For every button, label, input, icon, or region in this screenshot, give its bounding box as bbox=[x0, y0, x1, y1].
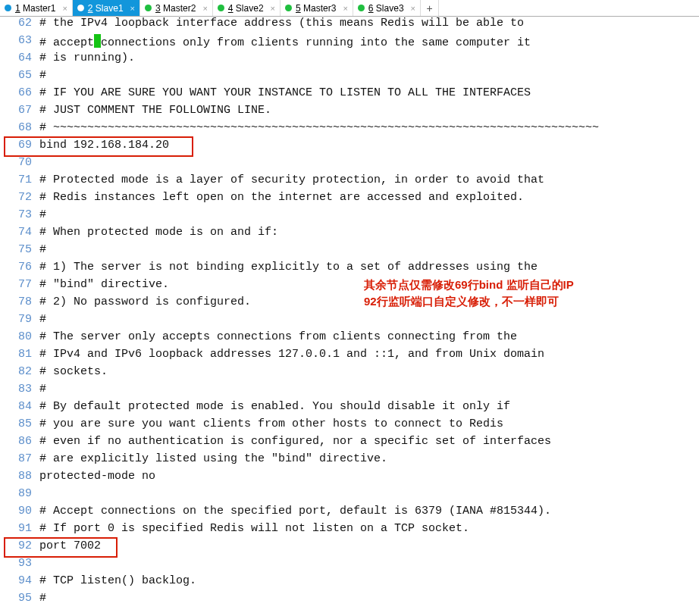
line-text[interactable]: # IF YOU ARE SURE YOU WANT YOUR INSTANCE… bbox=[39, 86, 699, 104]
text-cursor bbox=[94, 34, 101, 48]
code-line[interactable]: 65# bbox=[0, 69, 699, 86]
line-number: 72 bbox=[0, 191, 39, 208]
code-line[interactable]: 63# acceptconnections only from clients … bbox=[0, 34, 699, 52]
line-text[interactable]: # the IPv4 loopback interface address (t… bbox=[39, 17, 699, 34]
tab-master2[interactable]: 3 Master2 × bbox=[140, 0, 213, 16]
line-text[interactable]: # is running). bbox=[39, 52, 699, 69]
code-line[interactable]: 70 bbox=[0, 156, 699, 174]
code-line[interactable]: 71# Protected mode is a layer of securit… bbox=[0, 174, 699, 191]
code-line[interactable]: 94# TCP listen() backlog. bbox=[0, 574, 699, 592]
line-text[interactable]: # bbox=[39, 208, 699, 226]
code-line[interactable]: 84# By default protected mode is enabled… bbox=[0, 400, 699, 417]
code-line[interactable]: 82# sockets. bbox=[0, 365, 699, 383]
line-text[interactable]: # IPv4 and IPv6 loopback addresses 127.0… bbox=[39, 348, 699, 365]
tab-master1[interactable]: 1 Master1 × bbox=[0, 0, 73, 16]
line-number: 69 bbox=[0, 139, 39, 156]
line-text[interactable]: # Protected mode is a layer of security … bbox=[39, 174, 699, 191]
tab-label: 1 Master1 bbox=[15, 3, 55, 14]
line-text[interactable]: # bbox=[39, 313, 699, 330]
line-number: 84 bbox=[0, 400, 39, 417]
line-number: 63 bbox=[0, 34, 39, 52]
line-text[interactable]: # If port 0 is specified Redis will not … bbox=[39, 522, 699, 539]
tab-slave2[interactable]: 4 Slave2 × bbox=[213, 0, 281, 16]
code-line[interactable]: 69bind 192.168.184.20 bbox=[0, 139, 699, 156]
line-text[interactable]: # When protected mode is on and if: bbox=[39, 226, 699, 243]
line-text[interactable]: # are explicitly listed using the "bind"… bbox=[39, 452, 699, 470]
code-line[interactable]: 62# the IPv4 loopback interface address … bbox=[0, 17, 699, 34]
line-text[interactable]: # sockets. bbox=[39, 365, 699, 383]
tab-slave3[interactable]: 6 Slave3 × bbox=[353, 0, 421, 16]
line-text[interactable]: # JUST COMMENT THE FOLLOWING LINE. bbox=[39, 104, 699, 121]
code-line[interactable]: 80# The server only accepts connections … bbox=[0, 330, 699, 348]
line-text[interactable]: # Accept connections on the specified po… bbox=[39, 505, 699, 522]
line-text[interactable] bbox=[39, 557, 699, 574]
code-line[interactable]: 93 bbox=[0, 557, 699, 574]
tab-slave1[interactable]: 2 Slave1 × bbox=[73, 0, 140, 16]
line-text[interactable]: # 1) The server is not binding explicitl… bbox=[39, 261, 699, 278]
close-icon[interactable]: × bbox=[202, 4, 207, 13]
code-line[interactable]: 76# 1) The server is not binding explici… bbox=[0, 261, 699, 278]
code-line[interactable]: 67# JUST COMMENT THE FOLLOWING LINE. bbox=[0, 104, 699, 121]
code-line[interactable]: 86# even if no authentication is configu… bbox=[0, 435, 699, 452]
line-number: 85 bbox=[0, 417, 39, 435]
code-line[interactable]: 87# are explicitly listed using the "bin… bbox=[0, 452, 699, 470]
code-line[interactable]: 75# bbox=[0, 243, 699, 261]
line-text[interactable]: # bbox=[39, 383, 699, 400]
code-line[interactable]: 85# you are sure you want clients from o… bbox=[0, 417, 699, 435]
line-text[interactable]: # TCP listen() backlog. bbox=[39, 574, 699, 592]
close-icon[interactable]: × bbox=[130, 4, 135, 13]
close-icon[interactable]: × bbox=[343, 4, 347, 13]
code-line[interactable]: 83# bbox=[0, 383, 699, 400]
line-text[interactable]: # The server only accepts connections fr… bbox=[39, 330, 699, 348]
code-line[interactable]: 74# When protected mode is on and if: bbox=[0, 226, 699, 243]
code-line[interactable]: 90# Accept connections on the specified … bbox=[0, 505, 699, 522]
tab-bar: 1 Master1 × 2 Slave1 × 3 Master2 × 4 Sla… bbox=[0, 0, 699, 17]
add-tab-button[interactable]: + bbox=[421, 0, 439, 16]
line-text[interactable]: # even if no authentication is configure… bbox=[39, 435, 699, 452]
code-line[interactable]: 64# is running). bbox=[0, 52, 699, 69]
line-text[interactable]: port 7002 bbox=[39, 539, 699, 557]
line-text[interactable]: # bbox=[39, 69, 699, 86]
code-line[interactable]: 88protected-mode no bbox=[0, 470, 699, 487]
line-number: 89 bbox=[0, 487, 39, 505]
code-line[interactable]: 79# bbox=[0, 313, 699, 330]
line-number: 74 bbox=[0, 226, 39, 243]
code-line[interactable]: 68# ~~~~~~~~~~~~~~~~~~~~~~~~~~~~~~~~~~~~… bbox=[0, 121, 699, 139]
code-line[interactable]: 73# bbox=[0, 208, 699, 226]
line-text[interactable] bbox=[39, 156, 699, 174]
status-dot-icon bbox=[77, 5, 84, 11]
code-line[interactable]: 78# 2) No password is configured. bbox=[0, 295, 699, 313]
tab-label: 3 Master2 bbox=[155, 3, 196, 14]
line-number: 91 bbox=[0, 522, 39, 539]
line-text[interactable]: # Redis instances left open on the inter… bbox=[39, 191, 699, 208]
close-icon[interactable]: × bbox=[411, 4, 415, 13]
status-dot-icon bbox=[285, 5, 292, 11]
line-text[interactable]: protected-mode no bbox=[39, 470, 699, 487]
line-text[interactable]: bind 192.168.184.20 bbox=[39, 139, 699, 156]
line-number: 65 bbox=[0, 69, 39, 86]
line-text[interactable]: # bbox=[39, 592, 699, 609]
code-line[interactable]: 77# "bind" directive. bbox=[0, 278, 699, 295]
code-line[interactable]: 92port 7002 bbox=[0, 539, 699, 557]
line-text[interactable]: # acceptconnections only from clients ru… bbox=[39, 34, 699, 52]
code-line[interactable]: 89 bbox=[0, 487, 699, 505]
close-icon[interactable]: × bbox=[62, 4, 67, 13]
line-text[interactable]: # By default protected mode is enabled. … bbox=[39, 400, 699, 417]
line-number: 70 bbox=[0, 156, 39, 174]
close-icon[interactable]: × bbox=[271, 4, 275, 13]
line-number: 73 bbox=[0, 208, 39, 226]
line-text[interactable] bbox=[39, 487, 699, 505]
tab-master3[interactable]: 5 Master3 × bbox=[281, 0, 353, 16]
line-number: 83 bbox=[0, 383, 39, 400]
code-line[interactable]: 72# Redis instances left open on the int… bbox=[0, 191, 699, 208]
line-text[interactable]: # ~~~~~~~~~~~~~~~~~~~~~~~~~~~~~~~~~~~~~~… bbox=[39, 121, 699, 139]
line-text[interactable]: # bbox=[39, 243, 699, 261]
code-line[interactable]: 91# If port 0 is specified Redis will no… bbox=[0, 522, 699, 539]
line-text[interactable]: # you are sure you want clients from oth… bbox=[39, 417, 699, 435]
code-line[interactable]: 66# IF YOU ARE SURE YOU WANT YOUR INSTAN… bbox=[0, 86, 699, 104]
code-line[interactable]: 81# IPv4 and IPv6 loopback addresses 127… bbox=[0, 348, 699, 365]
line-number: 75 bbox=[0, 243, 39, 261]
status-dot-icon bbox=[5, 5, 11, 11]
code-editor[interactable]: 62# the IPv4 loopback interface address … bbox=[0, 17, 699, 616]
code-line[interactable]: 95# bbox=[0, 592, 699, 609]
